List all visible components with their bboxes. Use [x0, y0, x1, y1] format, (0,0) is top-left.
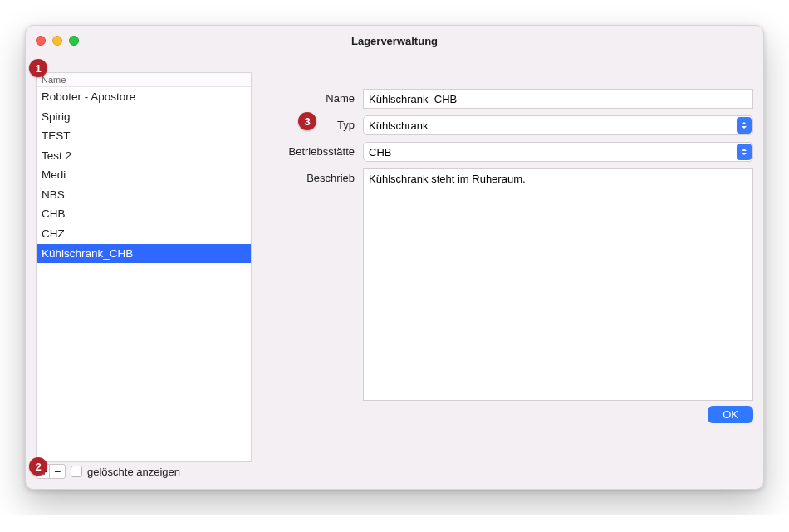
list-item[interactable]: Test 2 — [37, 146, 251, 166]
content: 1 2 Name Roboter - ApostoreSpirigTESTTes… — [26, 56, 763, 489]
right-pane: 3 Name Typ Betriebsstätte Beschrieb OK — [263, 56, 753, 479]
annotation-badge-2: 2 — [29, 457, 47, 476]
show-deleted-checkbox[interactable] — [71, 466, 82, 477]
desc-field[interactable] — [363, 168, 753, 401]
list-item[interactable]: Medi — [37, 165, 251, 185]
type-select[interactable] — [363, 115, 753, 135]
list-item[interactable]: CHZ — [37, 224, 251, 244]
annotation-badge-1: 1 — [29, 59, 47, 77]
list-item[interactable]: Roboter - Apostore — [37, 87, 251, 107]
list-items[interactable]: Roboter - ApostoreSpirigTESTTest 2MediNB… — [37, 87, 251, 461]
site-label: Betriebsstätte — [263, 142, 355, 158]
close-icon[interactable] — [36, 36, 46, 46]
name-field[interactable] — [363, 89, 753, 109]
list-item[interactable]: Kühlschrank_CHB — [37, 244, 251, 264]
annotation-badge-3: 3 — [298, 112, 316, 130]
name-label: Name — [263, 89, 355, 105]
site-select[interactable] — [363, 142, 753, 162]
show-deleted-label: gelöschte anzeigen — [87, 466, 180, 478]
remove-button[interactable]: − — [49, 464, 66, 479]
list-toolbar: + − gelöschte anzeigen — [36, 464, 252, 479]
titlebar: Lagerverwaltung — [26, 26, 763, 56]
desc-label: Beschrieb — [263, 168, 355, 184]
form: 3 Name Typ Betriebsstätte Beschrieb — [263, 89, 753, 401]
site-select-wrap — [363, 142, 753, 162]
footer: OK — [263, 406, 753, 423]
maximize-icon[interactable] — [69, 36, 79, 46]
minimize-icon[interactable] — [52, 36, 62, 46]
list-item[interactable]: NBS — [37, 185, 251, 205]
traffic-lights — [36, 36, 79, 46]
storage-list: Name Roboter - ApostoreSpirigTESTTest 2M… — [36, 72, 252, 462]
list-column-header: Name — [37, 73, 251, 87]
list-item[interactable]: Spirig — [37, 107, 251, 127]
list-item[interactable]: TEST — [37, 126, 251, 146]
window: Lagerverwaltung 1 2 Name Roboter - Apost… — [25, 25, 764, 490]
minus-icon: − — [54, 466, 61, 477]
ok-button[interactable]: OK — [708, 406, 753, 423]
left-pane: 1 2 Name Roboter - ApostoreSpirigTESTTes… — [36, 56, 252, 479]
type-select-wrap — [363, 115, 753, 135]
list-item[interactable]: CHB — [37, 204, 251, 224]
window-title: Lagerverwaltung — [26, 35, 763, 47]
